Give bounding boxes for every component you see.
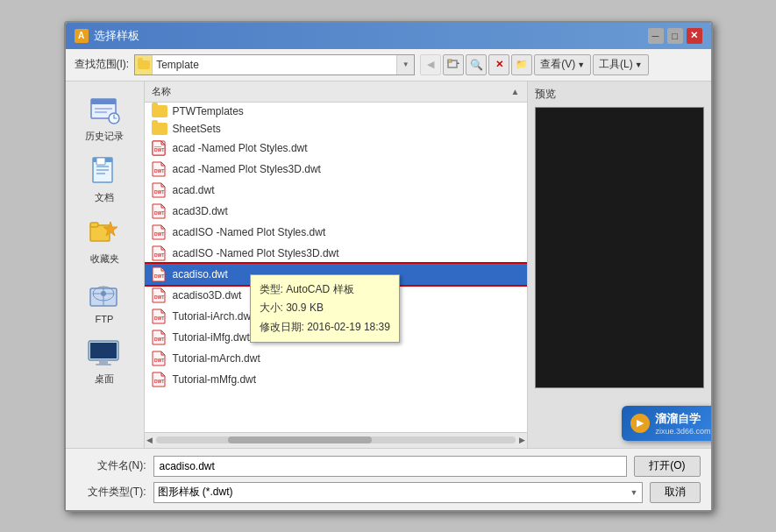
sidebar-item-docs[interactable]: 文档	[72, 152, 138, 209]
file-item-name: acadISO -Named Plot Styles.dwt	[173, 226, 326, 238]
filetype-select[interactable]: 图形样板 (*.dwt) ▼	[153, 482, 643, 503]
list-item[interactable]: DWT acadISO -Named Plot Styles.dwt	[145, 222, 527, 243]
svg-text:DWT: DWT	[154, 189, 164, 195]
svg-text:DWT: DWT	[154, 273, 164, 279]
up-button[interactable]	[443, 54, 464, 75]
scroll-right-arrow[interactable]: ▶	[519, 436, 525, 444]
docs-icon	[87, 157, 122, 188]
list-item[interactable]: SheetSets	[145, 120, 527, 138]
current-folder-text: Template	[153, 59, 396, 71]
back-button[interactable]: ◀	[420, 54, 441, 75]
dwt-file-icon: DWT	[152, 182, 167, 198]
svg-rect-12	[96, 158, 105, 165]
favorites-label: 收藏夹	[90, 252, 119, 266]
folder-combobox[interactable]: Template ▼	[134, 54, 415, 75]
dwt-file-icon: DWT	[152, 266, 167, 282]
dwt-file-icon: DWT	[152, 245, 167, 261]
docs-label: 文档	[95, 191, 114, 204]
horizontal-scrollbar[interactable]: ◀ ▶	[145, 432, 527, 448]
preview-area	[535, 107, 704, 388]
select-template-dialog: A 选择样板 ─ □ ✕ 查找范围(I): Template ▼ ◀	[64, 21, 713, 512]
list-item[interactable]: PTWTemplates	[145, 103, 527, 120]
dwt-file-icon: DWT	[152, 351, 167, 366]
find-range-label: 查找范围(I):	[75, 57, 130, 72]
title-bar: A 选择样板 ─ □ ✕	[66, 23, 711, 49]
file-item-name: acadiso.dwt	[173, 268, 228, 280]
filetype-row: 文件类型(T): 图形样板 (*.dwt) ▼ 取消	[76, 482, 701, 503]
file-item-name: acadISO -Named Plot Styles3D.dwt	[173, 247, 339, 259]
toolbar: 查找范围(I): Template ▼ ◀ 🔍 ✕	[66, 49, 711, 82]
delete-button[interactable]: ✕	[488, 54, 509, 75]
list-item-selected[interactable]: DWT acadiso.dwt 类型: AutoCAD 样板 大小: 30.9 …	[145, 264, 527, 285]
list-item[interactable]: DWT acad -Named Plot Styles.dwt	[145, 138, 527, 159]
sidebar-item-favorites[interactable]: 收藏夹	[72, 213, 138, 271]
scrollbar-track[interactable]	[156, 436, 516, 443]
name-column-header: 名称	[152, 85, 511, 98]
combo-dropdown-arrow[interactable]: ▼	[396, 55, 414, 74]
list-item[interactable]: DWT acad.dwt	[145, 180, 527, 201]
sidebar-item-desktop[interactable]: 桌面	[72, 333, 138, 391]
svg-rect-10	[96, 169, 109, 171]
dwt-file-icon: DWT	[152, 161, 167, 177]
open-button[interactable]: 打开(O)	[634, 456, 700, 477]
search-button[interactable]: 🔍	[466, 54, 487, 75]
svg-marker-40	[161, 225, 165, 229]
list-item[interactable]: DWT acad3D.dwt	[145, 201, 527, 222]
svg-marker-43	[161, 246, 165, 250]
folder-icon	[138, 60, 150, 69]
minimize-button[interactable]: ─	[648, 28, 664, 44]
maximize-button[interactable]: □	[667, 28, 683, 44]
svg-rect-5	[95, 111, 107, 113]
svg-text:DWT: DWT	[154, 231, 164, 237]
filetype-value: 图形样板 (*.dwt)	[158, 485, 233, 500]
sidebar-item-history[interactable]: 历史记录	[72, 90, 138, 148]
svg-text:DWT: DWT	[154, 358, 164, 363]
watermark-logo: ▶	[630, 414, 650, 433]
svg-text:DWT: DWT	[154, 147, 164, 153]
svg-rect-24	[96, 364, 111, 365]
list-item[interactable]: DWT Tutorial-mMfg.dwt	[145, 369, 527, 390]
ftp-label: FTP	[96, 314, 114, 324]
new-folder-button[interactable]: 📁	[511, 54, 532, 75]
tooltip-modified-value: 2016-02-19 18:39	[307, 321, 390, 333]
tooltip-type-value: AutoCAD 样板	[286, 283, 353, 295]
bottom-bar: 文件名(N): 打开(O) 文件类型(T): 图形样板 (*.dwt) ▼ 取消	[66, 448, 711, 510]
dwt-file-icon: DWT	[152, 224, 167, 240]
dialog-title: 选择样板	[94, 28, 139, 44]
filetype-arrow: ▼	[630, 488, 638, 497]
svg-text:DWT: DWT	[154, 294, 164, 300]
folder-icon	[152, 123, 167, 135]
svg-rect-4	[95, 108, 112, 110]
filename-row: 文件名(N): 打开(O)	[76, 456, 701, 477]
filename-label: 文件名(N):	[76, 458, 146, 473]
svg-rect-3	[91, 99, 116, 104]
file-list-header[interactable]: 名称 ▲	[145, 82, 527, 103]
list-item[interactable]: DWT acad -Named Plot Styles3D.dwt	[145, 159, 527, 180]
main-content: 历史记录 文档	[66, 82, 711, 448]
file-item-name: PTWTemplates	[173, 105, 244, 117]
tools-menu-button[interactable]: 工具(L) ▼	[593, 54, 649, 75]
view-menu-button[interactable]: 查看(V) ▼	[534, 54, 591, 75]
favorites-icon	[87, 218, 122, 249]
sort-arrow: ▲	[511, 87, 520, 96]
left-panel: 历史记录 文档	[66, 82, 145, 448]
file-item-name: acad -Named Plot Styles3D.dwt	[173, 163, 321, 175]
close-button[interactable]: ✕	[687, 28, 702, 44]
scroll-left-arrow[interactable]: ◀	[146, 436, 153, 444]
up-icon	[447, 59, 459, 71]
svg-text:DWT: DWT	[154, 316, 164, 321]
sidebar-item-ftp[interactable]: FTP	[72, 274, 138, 330]
dwt-file-icon: DWT	[152, 203, 167, 219]
filename-input[interactable]	[153, 456, 628, 477]
file-item-name: Tutorial-mArch.dwt	[173, 352, 260, 365]
file-item-name: acad.dwt	[173, 184, 215, 196]
list-item[interactable]: DWT Tutorial-mArch.dwt	[145, 348, 527, 369]
cancel-button[interactable]: 取消	[650, 482, 701, 503]
delete-icon: ✕	[495, 59, 503, 70]
svg-marker-37	[161, 204, 165, 208]
desktop-label: 桌面	[95, 372, 114, 386]
list-item[interactable]: DWT acadISO -Named Plot Styles3D.dwt	[145, 243, 527, 264]
file-list: PTWTemplates SheetSets DWT acad -Named	[145, 103, 527, 432]
svg-rect-23	[99, 360, 108, 364]
file-item-name: Tutorial-iArch.dwt	[173, 310, 254, 323]
